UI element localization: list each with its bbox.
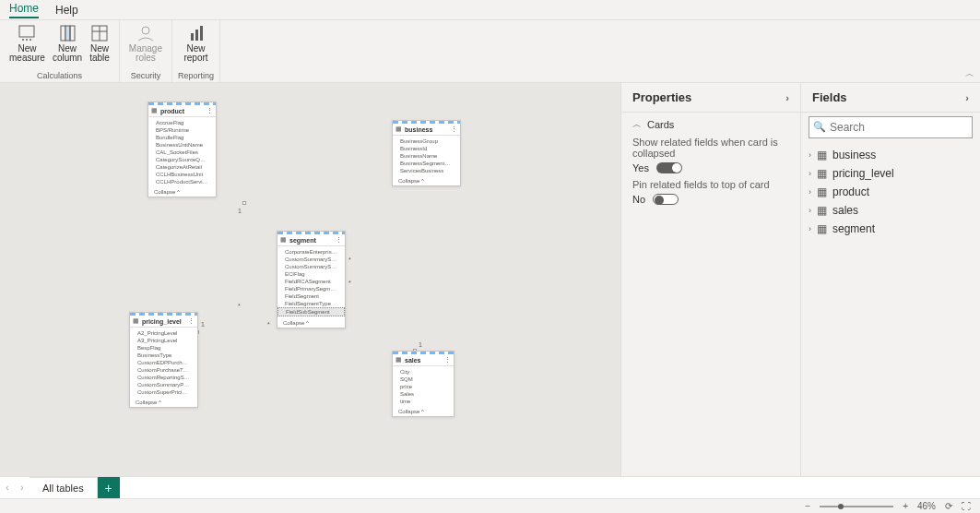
fit-to-page-button[interactable]: ⟳ xyxy=(945,501,952,511)
card-menu-button[interactable]: ⋮ xyxy=(188,317,195,325)
field-item-pricing-level[interactable]: › ▦ pricing_level xyxy=(809,164,973,183)
card-field-selected[interactable]: FieldSubSegment xyxy=(277,307,345,316)
tab-strip: ‹ › All tables + xyxy=(0,476,980,498)
card-field[interactable]: BundleFlag xyxy=(148,134,216,141)
card-field[interactable]: price xyxy=(393,383,454,390)
card-menu-button[interactable]: ⋮ xyxy=(444,356,451,364)
card-field[interactable]: CustomSummarySegment xyxy=(277,263,345,270)
card-field[interactable]: FieldPrimarySegment xyxy=(277,285,345,292)
card-product[interactable]: ▦ product ⋮ AccrueFlag BPS/Runtime Bundl… xyxy=(148,101,217,197)
card-field[interactable]: CustomReportingSummaryAcc… xyxy=(130,374,197,381)
card-pricing-level[interactable]: ▦ pricing_level ⋮ A2_PricingLevel A3_Pri… xyxy=(129,312,198,408)
model-canvas[interactable]: 1 * 1 * * 1 1 * ▦ product ⋮ AccrueFlag B… xyxy=(0,83,620,476)
manage-roles-button[interactable]: Manage roles xyxy=(125,22,166,71)
card-header: ▦ product ⋮ xyxy=(148,105,216,117)
card-field[interactable]: CCLHProductServicesAndSensors xyxy=(148,178,216,185)
field-item-business[interactable]: › ▦ business xyxy=(809,146,973,164)
card-field[interactable]: CategorySourceQRMPath xyxy=(148,156,216,163)
card-field[interactable]: BPS/Runtime xyxy=(148,126,216,134)
card-segment[interactable]: ▦ segment ⋮ CorporateEnterpriseFlag Cust… xyxy=(277,231,346,328)
tab-all-tables[interactable]: All tables xyxy=(30,477,98,499)
ribbon-collapse-button[interactable]: ︿ xyxy=(965,67,974,80)
search-input[interactable] xyxy=(809,116,973,138)
svg-point-10 xyxy=(142,27,149,34)
card-field[interactable]: FieldSegmentType xyxy=(277,300,345,307)
card-body: CorporateEnterpriseFlag CustomSummarySec… xyxy=(277,246,345,318)
card-field[interactable]: BusinessGroup xyxy=(393,137,460,145)
new-table-button[interactable]: New table xyxy=(86,22,113,71)
cards-section-header[interactable]: ︿ Cards xyxy=(632,118,789,131)
card-menu-button[interactable]: ⋮ xyxy=(451,125,457,133)
properties-header: Properties › xyxy=(621,83,800,113)
zoom-in-button[interactable]: + xyxy=(903,501,908,511)
card-field[interactable]: A3_PricingLevel xyxy=(130,337,197,344)
card-field[interactable]: CustomPurchaseType xyxy=(130,366,197,374)
menubar: Home Help xyxy=(0,0,980,20)
svg-point-2 xyxy=(26,39,28,41)
chevron-right-icon: › xyxy=(809,206,811,215)
tab-add-button[interactable]: + xyxy=(98,477,120,499)
card-field[interactable]: CustomEDPPurchaseType xyxy=(130,359,197,366)
card-collapse-button[interactable]: Collapse ^ xyxy=(393,407,454,416)
card-field[interactable]: FieldRCASegment xyxy=(277,278,345,285)
card-title: product xyxy=(160,108,207,114)
card-business[interactable]: ▦ business ⋮ BusinessGroup BusinessId Bu… xyxy=(392,120,461,186)
card-field[interactable]: BusinessName xyxy=(393,152,460,160)
field-item-sales[interactable]: › ▦ sales xyxy=(809,201,973,220)
card-field[interactable]: Sales xyxy=(393,390,454,398)
properties-title: Properties xyxy=(632,90,691,104)
card-field[interactable]: ServicesBusiness xyxy=(393,167,460,174)
manage-roles-label: Manage roles xyxy=(129,44,162,63)
table-icon: ▦ xyxy=(151,107,158,114)
menu-help[interactable]: Help xyxy=(55,4,78,17)
card-field[interactable]: time xyxy=(393,398,454,405)
card-field[interactable]: AccrueFlag xyxy=(148,119,216,126)
card-field[interactable]: CustomSummaryPurchaseType xyxy=(130,381,197,388)
card-field[interactable]: SQM xyxy=(393,376,454,383)
card-field[interactable]: BusinessSegmentName xyxy=(393,160,460,167)
new-report-button[interactable]: New report xyxy=(180,22,211,71)
zoom-out-button[interactable]: − xyxy=(805,501,810,511)
card-field[interactable]: CorporateEnterpriseFlag xyxy=(277,248,345,256)
tab-next-button[interactable]: › xyxy=(15,477,30,499)
workspace: 1 * 1 * * 1 1 * ▦ product ⋮ AccrueFlag B… xyxy=(0,83,980,476)
svg-rect-5 xyxy=(65,26,70,41)
new-column-button[interactable]: New column xyxy=(49,22,86,71)
new-measure-button[interactable]: New measure xyxy=(6,22,49,71)
pin-fields-toggle[interactable] xyxy=(653,194,679,205)
card-field[interactable]: CustomSuperPricingLevel xyxy=(130,388,197,396)
zoom-slider[interactable] xyxy=(820,506,893,507)
card-collapse-button[interactable]: Collapse ^ xyxy=(130,398,197,407)
card-field[interactable]: BusinessUnitName xyxy=(148,141,216,149)
card-field[interactable]: City xyxy=(393,368,454,376)
card-menu-button[interactable]: ⋮ xyxy=(336,236,342,244)
menu-home[interactable]: Home xyxy=(9,2,39,18)
card-field[interactable]: FieldSegment xyxy=(277,292,345,300)
rel-cardinality: * xyxy=(348,280,351,286)
card-field[interactable]: BusinessType xyxy=(130,352,197,359)
card-title: sales xyxy=(405,357,444,364)
fullscreen-button[interactable]: ⛶ xyxy=(962,501,971,511)
related-fields-toggle[interactable] xyxy=(656,162,682,173)
card-sales[interactable]: ▦ sales ⋮ City SQM price Sales time Coll… xyxy=(392,351,455,417)
card-field[interactable]: CustomSummarySector xyxy=(277,256,345,263)
card-collapse-button[interactable]: Collapse ^ xyxy=(277,318,345,328)
card-field[interactable]: A2_PricingLevel xyxy=(130,329,197,337)
column-icon xyxy=(58,24,77,42)
tab-prev-button[interactable]: ‹ xyxy=(0,477,15,499)
field-item-product[interactable]: › ▦ product xyxy=(809,183,973,201)
collapse-fields-button[interactable]: › xyxy=(965,92,969,103)
card-field[interactable]: ECIFlag xyxy=(277,270,345,278)
card-collapse-button[interactable]: Collapse ^ xyxy=(148,187,216,197)
rel-line xyxy=(0,168,1,260)
card-field[interactable]: CCLHBusinessUnit xyxy=(148,171,216,178)
card-field[interactable]: CAL_SocketFiles xyxy=(148,149,216,156)
card-menu-button[interactable]: ⋮ xyxy=(207,107,213,114)
card-field[interactable]: BespFlag xyxy=(130,344,197,352)
card-field[interactable]: BusinessId xyxy=(393,145,460,152)
card-collapse-button[interactable]: Collapse ^ xyxy=(393,176,460,185)
svg-rect-0 xyxy=(19,26,34,37)
card-field[interactable]: CategorizeAtRetail xyxy=(148,163,216,171)
collapse-properties-button[interactable]: › xyxy=(785,92,789,103)
field-item-segment[interactable]: › ▦ segment xyxy=(809,220,973,238)
